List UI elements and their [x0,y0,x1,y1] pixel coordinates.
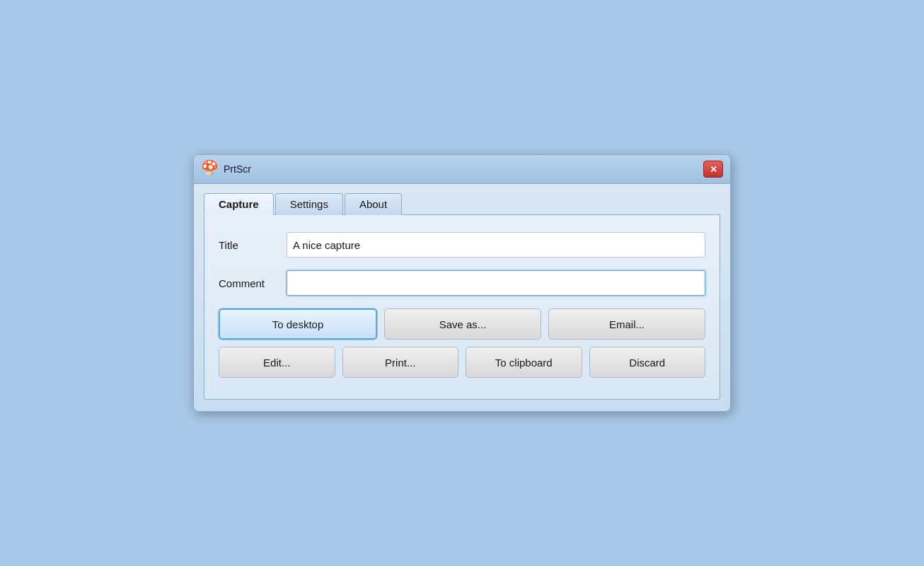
comment-input[interactable] [287,270,705,296]
title-row: Title [219,232,705,258]
to-desktop-button[interactable]: To desktop [219,308,377,340]
titlebar-left: 🍄 PrtScr [201,161,251,178]
save-as-button[interactable]: Save as... [384,308,541,340]
title-input[interactable] [287,232,705,258]
tab-about[interactable]: About [345,193,402,215]
content-area: Capture Settings About Title Comment To … [194,184,730,411]
tab-settings[interactable]: Settings [275,193,343,215]
title-label: Title [219,239,275,251]
buttons-row-1: To desktop Save as... Email... [219,308,705,340]
main-window: 🍄 PrtScr ✕ Capture Settings About Title … [193,154,731,412]
comment-label: Comment [219,277,275,289]
email-button[interactable]: Email... [548,308,705,340]
tab-bar: Capture Settings About [204,192,720,215]
tab-capture[interactable]: Capture [204,193,274,215]
to-clipboard-button[interactable]: To clipboard [466,347,582,378]
print-button[interactable]: Print... [342,347,459,378]
edit-button[interactable]: Edit... [219,347,335,378]
discard-button[interactable]: Discard [589,347,706,378]
buttons-row-2: Edit... Print... To clipboard Discard [219,347,705,378]
titlebar: 🍄 PrtScr ✕ [194,155,730,184]
comment-row: Comment [219,270,705,296]
window-title: PrtScr [224,163,251,175]
capture-panel: Title Comment To desktop Save as... Emai… [204,215,720,400]
app-icon: 🍄 [201,161,218,178]
close-button[interactable]: ✕ [703,161,723,178]
